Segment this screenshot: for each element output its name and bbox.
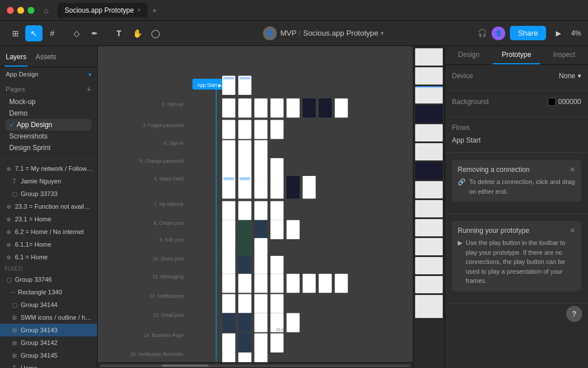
layer-jamie[interactable]: T Jamie Nguyen <box>0 175 97 187</box>
svg-rect-64 <box>270 274 284 293</box>
thumb-2 <box>415 67 443 85</box>
running-prototype-close[interactable]: ✕ <box>570 227 575 235</box>
canvas-scrollbar[interactable] <box>98 362 413 368</box>
removing-connection-close[interactable]: ✕ <box>570 166 575 174</box>
layer-jamie-label: Jamie Nguyen <box>21 178 94 185</box>
minimize-button[interactable] <box>17 7 24 14</box>
tool-move[interactable]: ↖ <box>25 25 42 41</box>
tool-comment[interactable]: ◯ <box>147 25 164 41</box>
page-mock-up[interactable]: Mock-up <box>6 96 91 108</box>
page-demo[interactable]: Demo <box>6 108 91 119</box>
app-design-dropdown[interactable]: ▾ <box>88 71 91 78</box>
layer-group33733[interactable]: ▢ Group 33733 <box>0 187 97 200</box>
layer-group34145[interactable]: ⊞ Group 34145 <box>0 349 97 362</box>
tool-group-main: ⊞ ↖ # <box>7 25 61 41</box>
canvas-svg: App Start ▶ 2. Sign-up 3. Forgot passwor… <box>98 46 444 368</box>
background-color-swatch[interactable] <box>548 98 556 106</box>
canvas[interactable]: App Start ▶ 2. Sign-up 3. Forgot passwor… <box>98 46 444 368</box>
layer-group34142[interactable]: ⊞ Group 34142 <box>0 336 97 349</box>
svg-text:15. Verification Reminder: 15. Verification Reminder <box>130 351 184 357</box>
removing-connection-box: Removing a connection ✕ 🔗 To delete a co… <box>452 160 581 202</box>
page-app-design[interactable]: ✓ App Design <box>6 119 91 131</box>
layer-home[interactable]: T Home <box>0 362 97 368</box>
device-dropdown-icon: ▾ <box>578 72 581 80</box>
scrollbar-track <box>100 365 411 367</box>
active-tab[interactable]: Socious.app Prototype × <box>57 3 148 18</box>
svg-text:12. Notifications: 12. Notifications <box>150 293 184 299</box>
headphone-icon[interactable]: 🎧 <box>478 29 487 37</box>
play-button[interactable]: ▶ <box>551 25 567 41</box>
svg-text:10. Share post: 10. Share post <box>153 256 184 262</box>
close-button[interactable] <box>7 7 14 14</box>
share-button[interactable]: Share <box>510 26 546 40</box>
layer-6-1[interactable]: ⊕ 6.1 = Home <box>0 251 97 263</box>
svg-text:2. Sign-up: 2. Sign-up <box>162 101 184 107</box>
layer-7-1[interactable]: ⊕ 7.1 = My network / Followers <box>0 162 97 175</box>
svg-rect-27 <box>222 158 235 177</box>
layer-group34144-label: Group 34144 <box>21 301 94 308</box>
tool-pen[interactable]: ✒ <box>86 25 103 41</box>
layer-group-icon-3: ▢ <box>10 301 18 309</box>
thumb-8 <box>415 181 443 198</box>
app-design-label: App Design <box>6 71 38 78</box>
layer-23-1[interactable]: ⊕ 23.1 = Home <box>0 213 97 225</box>
new-tab-button[interactable]: + <box>150 3 159 17</box>
breadcrumb-file: Socious.app Prototype <box>303 29 378 37</box>
layer-swm-icons[interactable]: ⊞ SWM icons / outline / ho... <box>0 311 97 324</box>
add-page-button[interactable]: + <box>87 85 91 94</box>
layer-23-3[interactable]: ⊕ 23.3 = Function not available <box>0 200 97 213</box>
pages-title: Pages <box>6 86 25 93</box>
breadcrumb-dropdown-icon[interactable]: ▾ <box>381 30 384 36</box>
svg-text:6. News Feed: 6. News Feed <box>154 176 183 182</box>
layer-6-2[interactable]: ⊕ 6.2 = Home / No internet <box>0 225 97 238</box>
svg-rect-70 <box>222 294 235 313</box>
svg-rect-83 <box>254 334 268 352</box>
layer-group34144[interactable]: ▢ Group 34144 <box>0 298 97 311</box>
page-screenshots[interactable]: Screenshots <box>6 131 91 142</box>
svg-rect-14 <box>303 98 316 117</box>
thumbnail-strip <box>413 46 444 368</box>
tool-frame[interactable]: # <box>44 25 61 41</box>
tool-text[interactable]: T <box>110 25 127 41</box>
layer-home-label: Home <box>21 365 94 368</box>
flows-row: Flows <box>452 124 581 132</box>
background-value[interactable]: 000000 <box>548 98 581 106</box>
breadcrumb-project: MVP <box>280 29 296 37</box>
removing-connection-header: Removing a connection ✕ <box>458 166 575 174</box>
layer-6-1-1[interactable]: ⊕ 6.1.1= Home <box>0 238 97 251</box>
tab-prototype[interactable]: Prototype <box>493 46 540 64</box>
help-button[interactable]: ? <box>566 306 582 322</box>
layer-rect1340[interactable]: — Rectangle 1340 <box>0 286 97 298</box>
layer-group34143[interactable]: ⊞ Group 34143 <box>0 324 97 336</box>
layer-grid-icon-2: ⊞ <box>10 326 18 334</box>
svg-rect-43 <box>254 201 268 220</box>
svg-rect-59 <box>270 256 284 274</box>
running-prototype-icon: ▶ <box>458 238 462 286</box>
user-profile-avatar[interactable]: 👤 <box>492 26 505 40</box>
background-row: Background 000000 <box>452 98 581 106</box>
layer-group33746[interactable]: ▢ Group 33746 <box>0 273 97 286</box>
layers-section: ⊕ 7.1 = My network / Followers T Jamie N… <box>0 161 97 368</box>
device-label: Device <box>452 72 473 80</box>
device-value[interactable]: None ▾ <box>559 72 581 80</box>
thumb-14 <box>415 295 443 318</box>
toolbar-right: 🎧 👤 Share ▶ 4% <box>478 25 581 41</box>
tab-design[interactable]: Design <box>445 46 493 64</box>
layer-6-1-1-label: 6.1.1= Home <box>15 241 94 248</box>
tab-close-icon[interactable]: × <box>137 7 141 13</box>
device-row: Device None ▾ <box>452 72 581 80</box>
tab-assets[interactable]: Assets <box>34 51 57 67</box>
thumb-12 <box>415 257 443 274</box>
tool-shape[interactable]: ◇ <box>68 25 85 41</box>
svg-rect-25 <box>254 140 268 159</box>
tool-hand[interactable]: ✋ <box>129 25 146 41</box>
tab-layers[interactable]: Layers <box>5 51 28 67</box>
user-avatar: 👤 <box>263 26 277 40</box>
maximize-button[interactable] <box>28 7 34 14</box>
layer-move-icon-6: ⊕ <box>5 253 13 261</box>
page-design-sprint[interactable]: Design Sprint <box>6 142 91 154</box>
svg-rect-13 <box>287 98 300 117</box>
svg-rect-7 <box>239 77 250 79</box>
tab-inspect[interactable]: Inspect <box>540 46 588 64</box>
tool-grid[interactable]: ⊞ <box>7 25 24 41</box>
